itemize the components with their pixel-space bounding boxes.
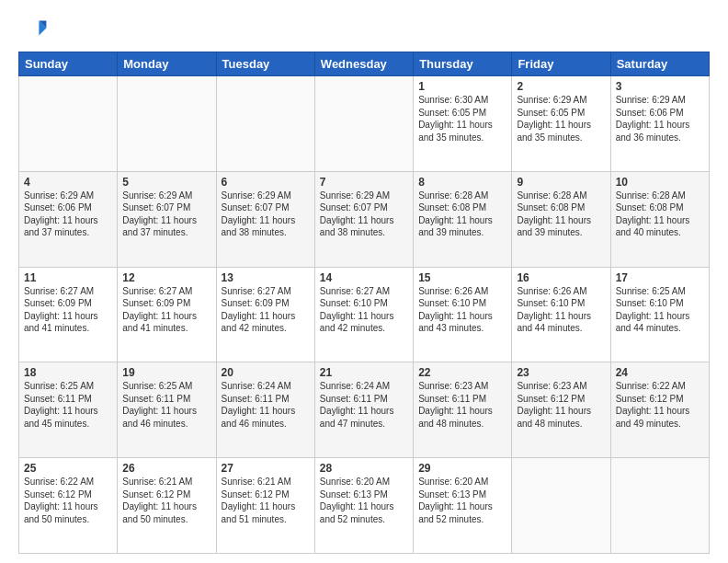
day-info: Sunrise: 6:29 AMSunset: 6:07 PMDaylight:… [222,190,310,239]
day-number: 15 [418,271,506,284]
day-info: Sunrise: 6:23 AMSunset: 6:12 PMDaylight:… [517,380,605,430]
calendar-cell [118,76,216,172]
day-number: 17 [616,271,704,284]
day-info: Sunrise: 6:27 AMSunset: 6:10 PMDaylight:… [320,285,408,335]
calendar-cell: 4Sunrise: 6:29 AMSunset: 6:06 PMDaylight… [19,171,118,267]
day-number: 8 [418,176,506,189]
day-number: 1 [418,80,506,93]
day-info: Sunrise: 6:27 AMSunset: 6:09 PMDaylight:… [24,285,112,335]
calendar-cell: 6Sunrise: 6:29 AMSunset: 6:07 PMDaylight… [216,171,314,267]
day-number: 27 [222,462,310,475]
day-number: 26 [122,462,210,475]
day-number: 22 [418,366,506,379]
day-info: Sunrise: 6:21 AMSunset: 6:12 PMDaylight:… [122,476,210,525]
calendar-cell: 11Sunrise: 6:27 AMSunset: 6:09 PMDayligh… [19,267,118,362]
calendar-cell: 19Sunrise: 6:25 AMSunset: 6:11 PMDayligh… [118,362,216,458]
calendar-cell: 5Sunrise: 6:29 AMSunset: 6:07 PMDaylight… [118,171,216,267]
calendar-cell [512,458,610,554]
calendar-cell: 3Sunrise: 6:29 AMSunset: 6:06 PMDaylight… [610,76,709,172]
day-number: 28 [320,462,408,475]
day-number: 20 [222,366,310,379]
day-number: 12 [122,271,210,284]
calendar-cell: 12Sunrise: 6:27 AMSunset: 6:09 PMDayligh… [118,267,216,362]
calendar-cell: 15Sunrise: 6:26 AMSunset: 6:10 PMDayligh… [414,267,512,362]
calendar-cell: 13Sunrise: 6:27 AMSunset: 6:09 PMDayligh… [216,267,314,362]
logo-icon [18,15,48,44]
calendar-cell: 29Sunrise: 6:20 AMSunset: 6:13 PMDayligh… [414,458,512,554]
calendar-cell: 23Sunrise: 6:23 AMSunset: 6:12 PMDayligh… [512,362,610,458]
day-number: 5 [122,176,210,189]
calendar-cell: 28Sunrise: 6:20 AMSunset: 6:13 PMDayligh… [314,458,413,554]
day-info: Sunrise: 6:29 AMSunset: 6:05 PMDaylight:… [517,94,605,144]
calendar-cell [216,76,314,172]
day-number: 3 [616,80,704,93]
calendar-cell: 9Sunrise: 6:28 AMSunset: 6:08 PMDaylight… [512,171,610,267]
day-header-monday: Monday [118,52,216,76]
calendar-cell: 2Sunrise: 6:29 AMSunset: 6:05 PMDaylight… [512,76,610,172]
calendar-cell: 25Sunrise: 6:22 AMSunset: 6:12 PMDayligh… [19,458,118,554]
day-number: 13 [222,271,310,284]
day-number: 7 [320,176,408,189]
day-number: 4 [24,176,112,189]
header [18,15,710,44]
calendar: SundayMondayTuesdayWednesdayThursdayFrid… [18,52,710,554]
day-number: 10 [616,176,704,189]
day-info: Sunrise: 6:26 AMSunset: 6:10 PMDaylight:… [418,285,506,335]
day-info: Sunrise: 6:28 AMSunset: 6:08 PMDaylight:… [616,190,704,239]
day-info: Sunrise: 6:25 AMSunset: 6:11 PMDaylight:… [122,380,210,430]
day-number: 29 [418,462,506,475]
day-header-thursday: Thursday [414,52,512,76]
day-info: Sunrise: 6:24 AMSunset: 6:11 PMDaylight:… [222,380,310,430]
day-info: Sunrise: 6:21 AMSunset: 6:12 PMDaylight:… [222,476,310,525]
calendar-cell: 24Sunrise: 6:22 AMSunset: 6:12 PMDayligh… [610,362,709,458]
day-number: 11 [24,271,112,284]
day-info: Sunrise: 6:24 AMSunset: 6:11 PMDaylight:… [320,380,408,430]
day-number: 16 [517,271,605,284]
calendar-cell: 26Sunrise: 6:21 AMSunset: 6:12 PMDayligh… [118,458,216,554]
day-header-tuesday: Tuesday [216,52,314,76]
day-header-wednesday: Wednesday [314,52,413,76]
day-info: Sunrise: 6:29 AMSunset: 6:06 PMDaylight:… [24,190,112,239]
day-header-saturday: Saturday [610,52,709,76]
day-header-friday: Friday [512,52,610,76]
calendar-cell [610,458,709,554]
day-number: 9 [517,176,605,189]
day-number: 19 [122,366,210,379]
calendar-cell: 10Sunrise: 6:28 AMSunset: 6:08 PMDayligh… [610,171,709,267]
day-info: Sunrise: 6:25 AMSunset: 6:10 PMDaylight:… [616,285,704,335]
day-number: 6 [222,176,310,189]
calendar-cell: 16Sunrise: 6:26 AMSunset: 6:10 PMDayligh… [512,267,610,362]
calendar-cell [314,76,413,172]
day-number: 2 [517,80,605,93]
day-info: Sunrise: 6:20 AMSunset: 6:13 PMDaylight:… [418,476,506,525]
day-info: Sunrise: 6:29 AMSunset: 6:06 PMDaylight:… [616,94,704,144]
day-info: Sunrise: 6:23 AMSunset: 6:11 PMDaylight:… [418,380,506,430]
day-number: 24 [616,366,704,379]
calendar-cell: 14Sunrise: 6:27 AMSunset: 6:10 PMDayligh… [314,267,413,362]
calendar-cell: 20Sunrise: 6:24 AMSunset: 6:11 PMDayligh… [216,362,314,458]
calendar-cell: 18Sunrise: 6:25 AMSunset: 6:11 PMDayligh… [19,362,118,458]
day-number: 21 [320,366,408,379]
calendar-cell: 17Sunrise: 6:25 AMSunset: 6:10 PMDayligh… [610,267,709,362]
day-info: Sunrise: 6:29 AMSunset: 6:07 PMDaylight:… [122,190,210,239]
day-info: Sunrise: 6:26 AMSunset: 6:10 PMDaylight:… [517,285,605,335]
calendar-cell: 27Sunrise: 6:21 AMSunset: 6:12 PMDayligh… [216,458,314,554]
calendar-cell: 21Sunrise: 6:24 AMSunset: 6:11 PMDayligh… [314,362,413,458]
logo [18,15,51,44]
day-info: Sunrise: 6:27 AMSunset: 6:09 PMDaylight:… [222,285,310,335]
day-info: Sunrise: 6:28 AMSunset: 6:08 PMDaylight:… [418,190,506,239]
day-header-sunday: Sunday [19,52,118,76]
day-number: 14 [320,271,408,284]
day-info: Sunrise: 6:25 AMSunset: 6:11 PMDaylight:… [24,380,112,430]
day-number: 23 [517,366,605,379]
day-number: 18 [24,366,112,379]
calendar-cell: 7Sunrise: 6:29 AMSunset: 6:07 PMDaylight… [314,171,413,267]
day-info: Sunrise: 6:22 AMSunset: 6:12 PMDaylight:… [616,380,704,430]
day-info: Sunrise: 6:28 AMSunset: 6:08 PMDaylight:… [517,190,605,239]
day-number: 25 [24,462,112,475]
calendar-cell: 22Sunrise: 6:23 AMSunset: 6:11 PMDayligh… [414,362,512,458]
calendar-cell: 1Sunrise: 6:30 AMSunset: 6:05 PMDaylight… [414,76,512,172]
calendar-cell: 8Sunrise: 6:28 AMSunset: 6:08 PMDaylight… [414,171,512,267]
day-info: Sunrise: 6:29 AMSunset: 6:07 PMDaylight:… [320,190,408,239]
calendar-cell [19,76,118,172]
